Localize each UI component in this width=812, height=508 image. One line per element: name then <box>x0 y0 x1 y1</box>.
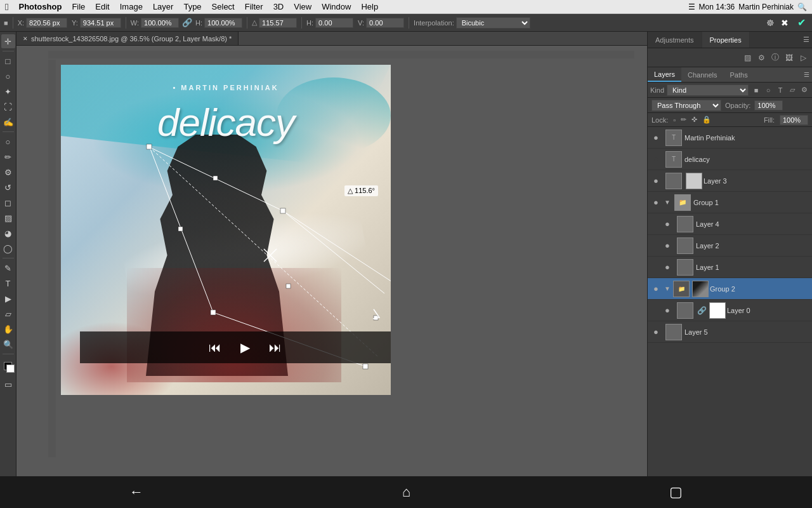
eyedropper-tool[interactable]: ✍ <box>1 115 15 129</box>
skip-forward-button[interactable]: ⏭ <box>269 340 282 355</box>
visibility-layer0[interactable]: ● <box>662 305 673 316</box>
layer-row-layer5[interactable]: ● Layer 5 <box>648 321 812 343</box>
crop-tool[interactable]: ⛶ <box>1 100 15 114</box>
filter-type-icon[interactable]: T <box>775 85 785 95</box>
filter-smart-icon[interactable]: ⚙ <box>799 85 809 95</box>
filter-pixel-icon[interactable]: ■ <box>751 85 761 95</box>
v-input[interactable] <box>366 18 404 28</box>
apple-menu[interactable]:  <box>5 1 8 12</box>
document-tab[interactable]: ✕ shutterstock_143826508.jpg @ 36.5% (Gr… <box>16 32 239 45</box>
layer-panel-menu[interactable]: ☰ <box>804 71 809 78</box>
back-button[interactable]: ← <box>129 484 143 500</box>
move-tool[interactable]: ✛ <box>1 34 15 48</box>
zoom-tool[interactable]: 🔍 <box>1 337 15 351</box>
brush-tool[interactable]: ✏ <box>1 150 15 164</box>
skip-back-button[interactable]: ⏮ <box>209 340 221 355</box>
panel-menu-icon[interactable]: ☰ <box>803 36 809 44</box>
visibility-layer1[interactable]: ● <box>662 262 673 273</box>
lock-all-icon[interactable]: 🔒 <box>702 116 711 124</box>
menu-3d[interactable]: 3D <box>268 2 289 11</box>
kind-select[interactable]: Kind Name Effect Mode <box>667 84 749 96</box>
expand-group2[interactable]: ▼ <box>663 284 672 293</box>
blend-mode-select[interactable]: Pass Through Normal Multiply Screen Over… <box>652 100 721 111</box>
menu-type[interactable]: Type <box>178 2 206 11</box>
play-button[interactable]: ▶ <box>240 340 250 355</box>
panel-settings-icon[interactable]: ⚙ <box>755 51 768 64</box>
menu-photoshop[interactable]: Photoshop <box>13 2 67 11</box>
filter-adjust-icon[interactable]: ○ <box>763 85 773 95</box>
tab-properties[interactable]: Properties <box>702 32 750 48</box>
angle-input[interactable] <box>259 18 297 28</box>
menu-select[interactable]: Select <box>207 2 240 11</box>
w-input[interactable] <box>141 18 179 28</box>
home-button[interactable]: ⌂ <box>402 484 410 500</box>
canvas-wrapper[interactable]: • MARTIN PERHINIAK delicacy <box>16 46 647 508</box>
layer-row-layer1[interactable]: ● Layer 1 <box>648 257 812 278</box>
visibility-layer5[interactable]: ● <box>650 326 662 338</box>
windows-button[interactable]: ▢ <box>669 484 683 500</box>
visibility-layer2[interactable]: ● <box>662 240 673 251</box>
menu-filter[interactable]: Filter <box>240 2 268 11</box>
artwork-canvas[interactable]: • MARTIN PERHINIAK delicacy <box>61 65 391 395</box>
clone-tool[interactable]: ⚙ <box>1 165 15 179</box>
marquee-tool[interactable]: □ <box>1 54 15 68</box>
color-swatch[interactable] <box>1 359 15 373</box>
layer-row-group2[interactable]: ● ▼ 📁 Group 2 <box>648 278 812 300</box>
menu-image[interactable]: Image <box>115 2 148 11</box>
shape-tool[interactable]: ▱ <box>1 307 15 321</box>
expand-group1[interactable]: ▼ <box>663 198 672 207</box>
panel-image-icon[interactable]: 🖼 <box>783 51 796 64</box>
lasso-tool[interactable]: ○ <box>1 69 15 83</box>
dodge-tool[interactable]: ◯ <box>1 241 15 255</box>
menu-file[interactable]: File <box>67 2 90 11</box>
tab-paths[interactable]: Paths <box>724 67 754 82</box>
hand-tool[interactable]: ✋ <box>1 322 15 336</box>
pen-tool[interactable]: ✎ <box>1 261 15 275</box>
layer-row-delicacy[interactable]: ● T delicacy <box>648 149 812 170</box>
x-input[interactable] <box>26 18 67 28</box>
filter-shape-icon[interactable]: ▱ <box>787 85 797 95</box>
layer-row-layer2[interactable]: ● Layer 2 <box>648 235 812 257</box>
layer-row-martin[interactable]: ● T Martin Perhiniak <box>648 127 812 149</box>
h2-input[interactable] <box>315 18 353 28</box>
y-input[interactable] <box>80 18 121 28</box>
lock-transparent-icon[interactable]: ▫ <box>673 116 676 124</box>
menu-view[interactable]: View <box>289 2 317 11</box>
lock-position-icon[interactable]: ✜ <box>691 116 697 124</box>
lock-image-icon[interactable]: ✏ <box>681 116 686 124</box>
panel-expand-icon[interactable]: ▷ <box>797 51 809 64</box>
layers-list[interactable]: ● T Martin Perhiniak ● T delicacy ● Laye… <box>648 127 812 491</box>
path-select-tool[interactable]: ▶ <box>1 291 15 305</box>
healing-tool[interactable]: ○ <box>1 135 15 149</box>
warp-icon[interactable]: ☸ <box>766 18 775 28</box>
panel-view-icon[interactable]: ▨ <box>741 51 754 64</box>
cancel-transform-button[interactable]: ✖ <box>778 18 791 28</box>
interpolation-select[interactable]: Bicubic Bilinear Nearest Neighbor <box>456 17 530 29</box>
confirm-transform-button[interactable]: ✔ <box>795 17 808 29</box>
menu-layer[interactable]: Layer <box>148 2 179 11</box>
visibility-group1[interactable]: ● <box>650 197 662 208</box>
visibility-layer4[interactable]: ● <box>662 218 673 230</box>
menu-help[interactable]: Help <box>356 2 383 11</box>
type-tool[interactable]: T <box>1 276 15 290</box>
tab-channels[interactable]: Channels <box>681 67 723 82</box>
tab-close-icon[interactable]: ✕ <box>23 36 28 42</box>
menu-edit[interactable]: Edit <box>90 2 114 11</box>
layer-row-layer4[interactable]: ● Layer 4 <box>648 213 812 235</box>
quick-select-tool[interactable]: ✦ <box>1 84 15 98</box>
layer-row-layer0[interactable]: ● 🔗 Layer 0 <box>648 300 812 321</box>
opacity-input[interactable] <box>754 100 783 110</box>
tab-adjustments[interactable]: Adjustments <box>648 32 702 48</box>
visibility-group2[interactable]: ● <box>650 283 662 295</box>
eraser-tool[interactable]: ◻ <box>1 196 15 210</box>
h-input[interactable] <box>204 18 242 28</box>
visibility-layer3[interactable]: ● <box>650 175 662 187</box>
tab-layers[interactable]: Layers <box>648 67 681 82</box>
layer-row-layer3[interactable]: ● Layer 3 <box>648 170 812 192</box>
layer-row-group1[interactable]: ● ▼ 📁 Group 1 <box>648 192 812 213</box>
gradient-tool[interactable]: ▨ <box>1 211 15 225</box>
menu-window[interactable]: Window <box>317 2 356 11</box>
panel-info-icon[interactable]: ⓘ <box>769 51 782 64</box>
fill-input[interactable] <box>780 115 808 125</box>
blur-tool[interactable]: ◕ <box>1 226 15 240</box>
